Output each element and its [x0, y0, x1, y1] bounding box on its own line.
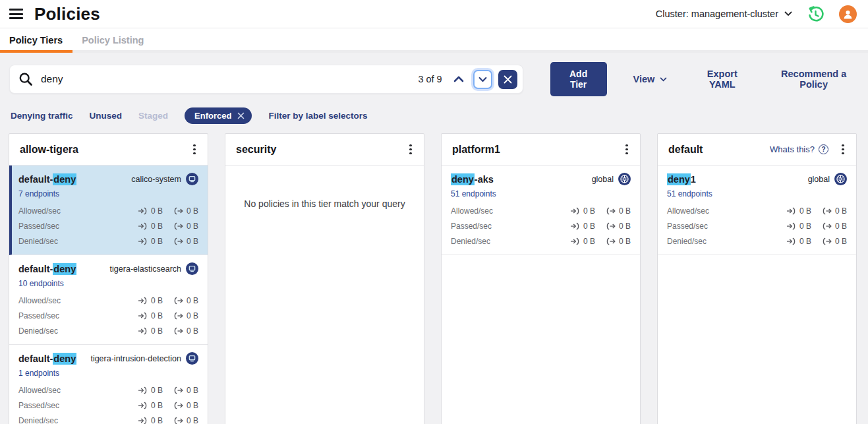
tab-policy-listing[interactable]: Policy Listing	[72, 28, 154, 50]
tier-body: deny-aks global 51 endpoints Allowed/sec…	[442, 166, 640, 255]
policy-stat-row: Allowed/sec 0 B 0 B	[667, 206, 847, 216]
policy-stat-row: Allowed/sec 0 B 0 B	[451, 206, 631, 216]
person-icon	[842, 9, 854, 20]
endpoints-link[interactable]: 7 endpoints	[18, 189, 59, 198]
tier-menu-kebab-icon[interactable]	[620, 143, 633, 156]
egress-traffic-icon	[173, 417, 183, 424]
filter-denying-traffic[interactable]: Denying traffic	[11, 111, 73, 121]
hamburger-menu-icon[interactable]	[9, 9, 23, 19]
endpoints-link[interactable]: 1 endpoints	[18, 369, 59, 378]
user-avatar[interactable]	[839, 5, 857, 23]
stat-label: Passed/sec	[18, 401, 59, 410]
stat-egress: 0 B	[173, 326, 198, 336]
policy-stat-row: Passed/sec 0 B 0 B	[18, 222, 198, 231]
stat-ingress: 0 B	[570, 222, 595, 231]
tier-header: default Whats this? ?	[658, 134, 856, 166]
chevron-down-icon	[660, 77, 667, 82]
remove-filter-icon[interactable]	[237, 112, 245, 119]
endpoints-link[interactable]: 10 endpoints	[18, 279, 64, 288]
policy-name: default-deny	[18, 353, 76, 364]
stat-label: Denied/sec	[18, 237, 58, 246]
tier-menu-kebab-icon[interactable]	[188, 143, 201, 156]
whats-this-link[interactable]: Whats this? ?	[770, 144, 828, 154]
stat-ingress: 0 B	[786, 206, 811, 216]
tier-column: platform1 deny-aks global 51 endpoints A…	[441, 133, 641, 424]
tier-column: security No policies in this tier match …	[225, 133, 424, 424]
tier-header: allow-tigera	[9, 134, 208, 166]
export-yaml-button[interactable]: Export YAML	[696, 69, 748, 90]
ingress-traffic-icon	[138, 327, 148, 335]
cluster-selector[interactable]: Cluster: management-cluster	[656, 9, 792, 19]
stat-egress: 0 B	[173, 206, 198, 216]
stat-label: Denied/sec	[18, 326, 58, 336]
tab-policy-tiers[interactable]: Policy Tiers	[0, 28, 72, 50]
policy-stat-row: Denied/sec 0 B 0 B	[18, 237, 198, 246]
search-bar: 3 of 9	[9, 65, 523, 94]
policy-scope: global	[592, 173, 631, 185]
tier-name: default	[668, 144, 770, 156]
search-highlight: deny	[53, 263, 76, 275]
tier-name: security	[236, 144, 404, 156]
tier-columns: allow-tigera default-deny calico-system …	[9, 133, 856, 424]
egress-traffic-icon	[173, 297, 183, 305]
filter-staged[interactable]: Staged	[138, 111, 168, 121]
endpoints-link[interactable]: 51 endpoints	[667, 189, 712, 198]
tier-menu-kebab-icon[interactable]	[836, 143, 850, 156]
recommend-policy-button[interactable]: Recommend a Policy	[771, 69, 856, 90]
tier-menu-kebab-icon[interactable]	[404, 143, 417, 156]
filter-enforced-pill[interactable]: Enforced	[185, 107, 252, 124]
policy-card[interactable]: default-deny calico-system 7 endpoints A…	[9, 166, 208, 255]
namespace-icon	[186, 173, 198, 185]
filter-label-selectors[interactable]: Filter by label selectors	[268, 111, 367, 121]
tier-body: default-deny calico-system 7 endpoints A…	[9, 166, 208, 424]
app-header: Policies Cluster: management-cluster	[0, 0, 868, 28]
egress-traffic-icon	[173, 207, 183, 215]
add-tier-button[interactable]: Add Tier	[550, 62, 607, 96]
stat-label: Denied/sec	[451, 237, 490, 246]
close-icon	[504, 75, 512, 84]
stat-egress: 0 B	[173, 386, 198, 395]
policy-card[interactable]: deny-aks global 51 endpoints Allowed/sec…	[442, 166, 640, 255]
ingress-traffic-icon	[138, 222, 148, 230]
stat-label: Passed/sec	[18, 222, 59, 231]
policy-card[interactable]: default-deny tigera-intrusion-detection …	[9, 345, 208, 424]
egress-traffic-icon	[606, 222, 616, 230]
view-dropdown[interactable]: View	[633, 74, 668, 84]
policy-scope-label: tigera-elasticsearch	[110, 264, 181, 274]
ingress-traffic-icon	[138, 297, 148, 305]
search-highlight: deny	[53, 353, 76, 365]
ingress-traffic-icon	[138, 207, 148, 215]
egress-traffic-icon	[173, 327, 183, 335]
search-input[interactable]	[40, 73, 418, 86]
stat-egress: 0 B	[606, 237, 631, 246]
stat-label: Passed/sec	[451, 222, 492, 231]
stat-label: Allowed/sec	[18, 386, 61, 395]
ingress-traffic-icon	[570, 207, 580, 215]
ingress-traffic-icon	[138, 237, 148, 245]
search-next-button[interactable]	[473, 70, 492, 89]
stat-egress: 0 B	[606, 206, 631, 216]
policy-stat-row: Passed/sec 0 B 0 B	[451, 222, 631, 231]
page-title: Policies	[34, 4, 100, 24]
search-highlight: deny	[451, 173, 475, 185]
stat-label: Allowed/sec	[451, 206, 493, 216]
policy-scope-label: global	[592, 175, 614, 184]
history-icon[interactable]	[807, 5, 825, 23]
stat-label: Denied/sec	[667, 237, 707, 246]
policy-card[interactable]: deny1 global 51 endpoints Allowed/sec 0 …	[658, 166, 856, 255]
egress-traffic-icon	[173, 222, 183, 230]
search-close-button[interactable]	[498, 70, 517, 89]
view-dropdown-label: View	[633, 74, 655, 84]
search-prev-button[interactable]	[452, 75, 465, 84]
cluster-selector-label: Cluster: management-cluster	[656, 9, 778, 19]
stat-ingress: 0 B	[138, 401, 163, 410]
policy-scope-label: calico-system	[131, 175, 181, 184]
endpoints-link[interactable]: 51 endpoints	[451, 189, 496, 198]
egress-traffic-icon	[606, 207, 616, 215]
stat-ingress: 0 B	[786, 237, 811, 246]
filter-unused[interactable]: Unused	[90, 111, 123, 121]
ingress-traffic-icon	[138, 402, 148, 409]
policy-card[interactable]: default-deny tigera-elasticsearch 10 end…	[9, 255, 208, 345]
stat-ingress: 0 B	[786, 222, 811, 231]
stat-ingress: 0 B	[570, 206, 595, 216]
